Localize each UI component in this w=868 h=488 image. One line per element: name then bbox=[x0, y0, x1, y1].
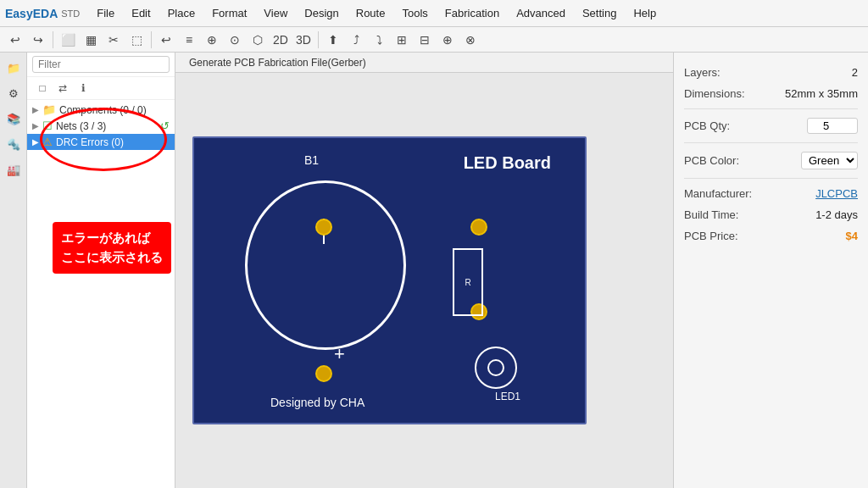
menu-fabrication[interactable]: Fabrication bbox=[438, 5, 506, 21]
pcb-board: B1 LED Board + R bbox=[192, 136, 587, 424]
toolbar-up[interactable]: ⬆ bbox=[323, 30, 343, 50]
toolbar-zoom-fit[interactable]: ⊕ bbox=[437, 30, 458, 50]
pcb-circle bbox=[245, 180, 406, 350]
tree-arrow-nets: ▶ bbox=[32, 121, 39, 130]
menu-setting[interactable]: Setting bbox=[576, 5, 623, 21]
toolbar-select[interactable]: ⬜ bbox=[58, 30, 78, 50]
panel-tool-swap[interactable]: ⇄ bbox=[54, 80, 71, 97]
panel-toolbar: □ ⇄ ℹ bbox=[27, 77, 175, 100]
callout-line2: ここに表示される bbox=[61, 248, 163, 268]
toolbar-back[interactable]: ↩ bbox=[156, 30, 176, 50]
callout-wrapper: エラーがあれば ここに表示される bbox=[53, 205, 171, 274]
pcb-plus-sign: + bbox=[334, 343, 345, 365]
checkbox-icon-nets: ☑ bbox=[42, 119, 53, 132]
sidebar-project-icon[interactable]: 📁 bbox=[2, 56, 25, 80]
warning-icon-drc: ⚠ bbox=[42, 136, 53, 148]
info-manufacturer-row: Manufacturer: JLCPCB bbox=[684, 187, 858, 200]
pcb-canvas-area: B1 LED Board + R bbox=[175, 73, 673, 488]
dimensions-label: Dimensions: bbox=[684, 87, 745, 100]
manufacturer-label: Manufacturer: bbox=[684, 187, 752, 200]
info-pcb-color-row: PCB Color: Green Red Blue Black White bbox=[684, 152, 858, 169]
toolbar-2d[interactable]: 2D bbox=[270, 30, 291, 50]
pcb-designed-by: Designed by CHA bbox=[270, 396, 364, 409]
toolbar-route-down[interactable]: ⤵ bbox=[369, 30, 389, 50]
pcb-component-r1: R bbox=[453, 248, 483, 316]
toolbar-list[interactable]: ≡ bbox=[179, 30, 199, 50]
pcb-color-select[interactable]: Green Red Blue Black White bbox=[801, 152, 858, 169]
toolbar-cross[interactable]: ⊗ bbox=[460, 30, 481, 50]
filter-bar bbox=[27, 53, 175, 77]
menu-view[interactable]: View bbox=[257, 5, 294, 21]
sidebar-parts-icon[interactable]: 🔩 bbox=[2, 132, 25, 156]
pcb-pad-4 bbox=[315, 365, 332, 382]
tree-nets[interactable]: ▶ ☑ Nets (3 / 3) ↺ bbox=[27, 118, 175, 134]
right-panel: Layers: 2 Dimensions: 52mm x 35mm PCB Qt… bbox=[673, 53, 868, 488]
toolbar-copy[interactable]: ⬚ bbox=[126, 30, 147, 50]
main-layout: 📁 ⚙ 📚 🔩 🏭 □ ⇄ ℹ ▶ 📁 Components (0 / 0) ▶… bbox=[0, 53, 868, 488]
toolbar-undo[interactable]: ↩ bbox=[5, 30, 25, 50]
toolbar-route-up[interactable]: ⤴ bbox=[346, 30, 366, 50]
pcb-price-value: $4 bbox=[846, 230, 858, 242]
toolbar-hex[interactable]: ⬡ bbox=[248, 30, 268, 50]
panel-tool-square[interactable]: □ bbox=[34, 80, 51, 97]
tree-arrow-drc: ▶ bbox=[32, 137, 39, 147]
toolbar-add[interactable]: ⊕ bbox=[202, 30, 222, 50]
menu-edit[interactable]: Edit bbox=[125, 5, 157, 21]
main-content: Generate PCB Fabrication File(Gerber) B1… bbox=[175, 53, 673, 488]
toolbar-3d[interactable]: 3D bbox=[293, 30, 314, 50]
pcb-led1-label: LED1 bbox=[495, 391, 520, 402]
tree-arrow-components: ▶ bbox=[32, 105, 39, 114]
info-layers-row: Layers: 2 bbox=[684, 66, 858, 79]
menu-format[interactable]: Format bbox=[205, 5, 253, 21]
info-divider-3 bbox=[684, 178, 858, 179]
info-pcb-qty-row: PCB Qty: bbox=[684, 118, 858, 134]
toolbar-target[interactable]: ⊙ bbox=[225, 30, 245, 50]
layers-value: 2 bbox=[852, 66, 858, 79]
tree-section: ▶ 📁 Components (0 / 0) ▶ ☑ Nets (3 / 3) … bbox=[27, 100, 175, 152]
sidebar-jlcpcb-icon[interactable]: 🏭 bbox=[2, 158, 25, 181]
sidebar-library-icon[interactable]: 📚 bbox=[2, 107, 25, 130]
toolbar-sep-2 bbox=[151, 31, 152, 48]
pcb-led1-inner bbox=[487, 359, 504, 376]
toolbar-sep-1 bbox=[53, 31, 53, 48]
menu-file[interactable]: File bbox=[90, 5, 121, 21]
pcb-qty-input[interactable] bbox=[807, 118, 858, 134]
tree-label-components: Components (0 / 0) bbox=[59, 104, 170, 116]
toolbar-redo[interactable]: ↪ bbox=[28, 30, 48, 50]
info-divider-1 bbox=[684, 108, 858, 109]
menu-route[interactable]: Route bbox=[349, 5, 392, 21]
manufacturer-value[interactable]: JLCPCB bbox=[815, 187, 858, 200]
toolbar-grid[interactable]: ▦ bbox=[81, 30, 101, 50]
filter-input[interactable] bbox=[32, 56, 170, 73]
sidebar-icons: 📁 ⚙ 📚 🔩 🏭 bbox=[0, 53, 27, 488]
toolbar-zoom-out[interactable]: ⊟ bbox=[415, 30, 435, 50]
left-panel: □ ⇄ ℹ ▶ 📁 Components (0 / 0) ▶ ☑ Nets (3… bbox=[27, 53, 175, 488]
pcb-pad-1 bbox=[315, 219, 332, 236]
refresh-icon-nets: ↺ bbox=[160, 119, 170, 132]
app-logo: EasyEDA STD bbox=[5, 7, 80, 20]
menu-help[interactable]: Help bbox=[626, 5, 663, 21]
pcb-b1-label: B1 bbox=[304, 153, 319, 167]
menu-design[interactable]: Design bbox=[298, 5, 345, 21]
tree-label-drc: DRC Errors (0) bbox=[56, 136, 170, 148]
sidebar-design-manager-icon[interactable]: ⚙ bbox=[2, 81, 25, 105]
toolbar-zoom-in[interactable]: ⊞ bbox=[392, 30, 412, 50]
tree-components[interactable]: ▶ 📁 Components (0 / 0) bbox=[27, 102, 175, 118]
tree-drc-errors[interactable]: ▶ ⚠ DRC Errors (0) bbox=[27, 134, 175, 150]
toolbar: ↩ ↪ ⬜ ▦ ✂ ⬚ ↩ ≡ ⊕ ⊙ ⬡ 2D 3D ⬆ ⤴ ⤵ ⊞ ⊟ ⊕ … bbox=[0, 27, 868, 53]
content-tab-gerber[interactable]: Generate PCB Fabrication File(Gerber) bbox=[182, 55, 373, 70]
pcb-board-title: LED Board bbox=[464, 153, 551, 173]
toolbar-cut[interactable]: ✂ bbox=[103, 30, 124, 50]
build-time-value: 1-2 days bbox=[815, 208, 858, 221]
content-tab-bar: Generate PCB Fabrication File(Gerber) bbox=[175, 53, 673, 73]
info-pcb-price-row: PCB Price: $4 bbox=[684, 230, 858, 242]
panel-tool-info[interactable]: ℹ bbox=[75, 80, 92, 97]
menu-tools[interactable]: Tools bbox=[395, 5, 434, 21]
menu-place[interactable]: Place bbox=[161, 5, 203, 21]
pcb-color-label: PCB Color: bbox=[684, 154, 739, 167]
menu-advanced[interactable]: Advanced bbox=[509, 5, 572, 21]
app-edition: STD bbox=[61, 8, 80, 19]
toolbar-sep-3 bbox=[318, 31, 319, 48]
build-time-label: Build Time: bbox=[684, 208, 738, 221]
callout-box: エラーがあれば ここに表示される bbox=[53, 222, 171, 274]
